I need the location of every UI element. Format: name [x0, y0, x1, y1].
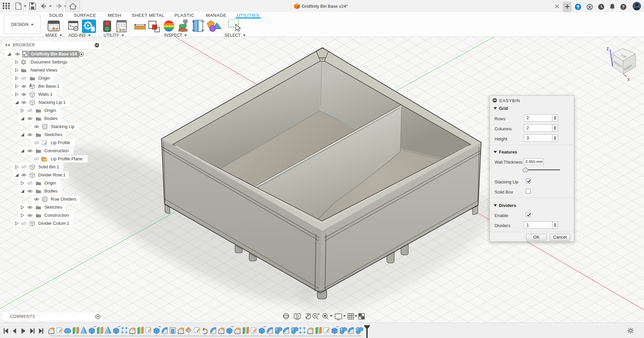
svg-text:?: ?: [622, 5, 625, 9]
svg-text:X: X: [627, 77, 630, 82]
svg-text:Z: Z: [606, 47, 609, 51]
